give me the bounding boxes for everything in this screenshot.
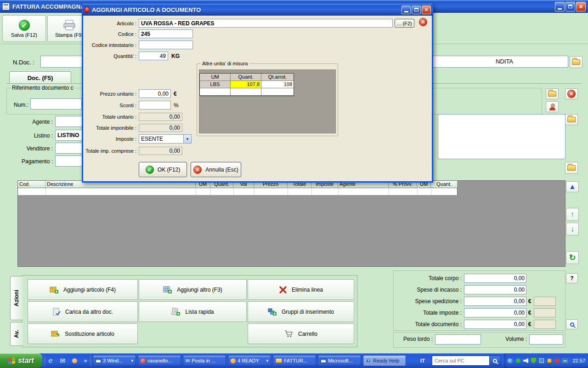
document-lines-grid[interactable]: Cod. Descrizione UM Quant. Val Prezzo To… (17, 180, 565, 267)
num-input[interactable] (30, 98, 82, 109)
dialog-minimize-icon[interactable] (401, 6, 411, 14)
doc-type-text: NDITA (496, 58, 513, 65)
sostituzione-articolo-button[interactable]: Sostituzione articolo (28, 323, 138, 344)
app-launcher-icon[interactable] (70, 356, 79, 365)
chevron-down-icon[interactable]: ▼ (183, 135, 191, 143)
elimina-linea-button[interactable]: Elimina linea (248, 279, 354, 300)
totale-imp-comprese-field (139, 147, 182, 155)
aggiungi-altro-button[interactable]: Aggiungi altro (F3) (139, 279, 247, 300)
antivirus-shield-icon[interactable] (531, 358, 537, 364)
annulla-button[interactable]: × Annulla (Esc) (191, 162, 241, 177)
dialog-close-icon[interactable]: × (422, 6, 431, 14)
clear-articolo-button[interactable]: × (419, 18, 427, 26)
dialog-maximize-icon[interactable] (412, 6, 421, 14)
taskbar-task-fattur[interactable]: FATTUR... (273, 355, 316, 366)
total-label: Totale documento : (394, 321, 464, 328)
altre-um-table[interactable]: UM Quant. Qt.arrot. LBS 107,8 108 (199, 73, 294, 96)
help-button[interactable]: ? (566, 273, 578, 283)
search-go-button[interactable] (489, 356, 500, 365)
taskbar-task-ready-group[interactable]: 4 READY▾ (228, 355, 271, 366)
mail-icon[interactable]: ✉ (58, 356, 67, 365)
taskbar-task-ravanello[interactable]: ravanello... (138, 355, 181, 366)
altre-um-empty-row[interactable] (200, 88, 294, 96)
minimize-icon[interactable] (555, 2, 565, 12)
quantita-input[interactable] (139, 52, 168, 60)
tab-azioni[interactable]: Azioni (10, 276, 23, 320)
action-label: Carica da altro doc. (65, 309, 113, 315)
codice-input[interactable] (139, 29, 193, 38)
open-folder-button[interactable] (570, 56, 582, 68)
spese-incasso-input[interactable] (464, 285, 526, 294)
codice-intestatario-input[interactable] (139, 40, 193, 49)
start-button[interactable]: start (0, 353, 42, 368)
network-icon[interactable] (538, 358, 544, 364)
um-cell[interactable]: LBS (200, 81, 231, 88)
totale-documento-input[interactable] (464, 320, 526, 329)
zoom-button[interactable] (566, 319, 578, 329)
display-icon[interactable] (562, 358, 568, 364)
window-icon (96, 358, 101, 363)
tab-av-label: Av. (13, 330, 20, 338)
clear-button[interactable]: × (565, 88, 578, 99)
folder-button[interactable] (565, 114, 578, 125)
move-line-down-button[interactable]: ↓ (566, 223, 579, 236)
totale-imp-comprese-label: Totale imp. comprese : (83, 148, 136, 154)
taskbar-task-posta[interactable]: ✉Posta in ... (183, 355, 226, 366)
notes-textarea[interactable] (438, 114, 565, 159)
taskbar-task-windows-group[interactable]: 3 Wind...▾ (93, 355, 136, 366)
taskbar-task-ready-help[interactable]: ?Ready Help (363, 355, 406, 366)
carica-da-altro-doc-button[interactable]: Carica da altro doc. (28, 301, 138, 322)
language-indicator[interactable]: IT (417, 355, 428, 366)
scroll-top-button[interactable]: ▲ (566, 181, 579, 192)
ok-button[interactable]: ✓ OK (F12) (139, 162, 187, 177)
contact-button[interactable] (546, 101, 559, 112)
print-button-label: Stampa (F9) (55, 32, 83, 38)
articolo-input[interactable] (139, 19, 393, 28)
tab-doc[interactable]: Doc. (F5) (9, 71, 71, 84)
grid-empty-row[interactable] (18, 188, 458, 195)
volume-input[interactable] (529, 334, 563, 345)
tab-av[interactable]: Av. (10, 322, 23, 346)
refresh-button[interactable]: ↻ (566, 251, 579, 264)
save-button[interactable]: ✓ Salva (F12) (2, 15, 46, 42)
taskbar-clock[interactable]: 22.57 (572, 353, 585, 368)
qt-arrot-cell[interactable]: 108 (261, 81, 294, 88)
totale-corpo-input[interactable] (464, 274, 526, 283)
altre-um-row[interactable]: LBS 107,8 108 (200, 81, 294, 88)
prezzo-unitario-input[interactable] (139, 89, 171, 98)
folder-button[interactable] (546, 88, 559, 99)
help-label: ? (570, 275, 573, 282)
grid-header-label: Descrizione (47, 181, 73, 187)
folder-button[interactable] (565, 162, 578, 174)
volume-icon[interactable] (523, 358, 529, 364)
grid-header-quant2[interactable]: Quant. (431, 181, 458, 188)
imposte-select[interactable]: ESENTE ▼ (139, 134, 192, 144)
gruppi-inserimento-button[interactable]: Gruppi di inserimento (248, 301, 354, 322)
quant-cell[interactable]: 107,8 (231, 81, 261, 88)
browse-articolo-button[interactable]: ... (F2) (395, 19, 414, 28)
search-input[interactable] (432, 358, 489, 363)
qt-arrot-header: Qt.arrot. (261, 74, 294, 81)
app-tray-icon[interactable] (554, 358, 560, 364)
desktop-search-bar (432, 356, 501, 366)
total-label: Totale imposte : (394, 310, 464, 316)
quick-launch-overflow-chevron-icon[interactable]: » (81, 356, 90, 365)
totale-imposte-input[interactable] (464, 308, 526, 317)
sconti-input[interactable] (139, 101, 171, 109)
spese-spedizione-input[interactable] (464, 297, 526, 306)
taskbar-task-microsoft[interactable]: Microsoft... (318, 355, 361, 366)
carrello-button[interactable]: Carrello (248, 323, 354, 344)
messenger-icon[interactable] (507, 358, 513, 364)
move-line-up-button[interactable]: ↑ (566, 208, 579, 221)
warning-icon[interactable] (546, 358, 552, 364)
close-icon[interactable]: × (576, 2, 586, 12)
update-icon[interactable] (515, 358, 521, 364)
save-button-label: Salva (F12) (11, 32, 37, 38)
grid-header-cod[interactable]: Cod. (18, 181, 45, 188)
maximize-icon[interactable] (565, 2, 575, 12)
aggiungi-articolo-button[interactable]: Aggiungi articolo (F4) (28, 279, 138, 300)
browser-icon[interactable]: e (46, 356, 55, 365)
lista-rapida-button[interactable]: Lista rapida (139, 301, 247, 322)
dialog-titlebar[interactable]: AGGIUNGI ARTICOLO A DOCUMENTO × (82, 4, 433, 16)
peso-lordo-input[interactable] (435, 334, 481, 345)
